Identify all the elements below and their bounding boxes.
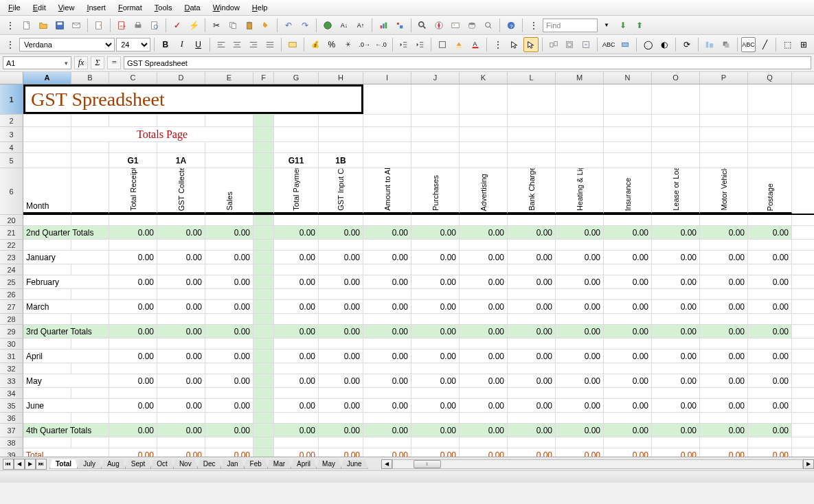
- cell[interactable]: 0.00: [363, 226, 411, 239]
- row-header-5[interactable]: 5: [0, 153, 23, 168]
- cell[interactable]: [508, 339, 556, 349]
- cell[interactable]: [460, 289, 508, 299]
- select-all-corner[interactable]: [0, 72, 23, 84]
- group-button[interactable]: [563, 37, 578, 52]
- row-header-39[interactable]: 39: [0, 448, 23, 457]
- cell[interactable]: Total: [23, 448, 109, 457]
- remove-decimal-button[interactable]: ←.0: [374, 37, 389, 52]
- cell[interactable]: [604, 153, 652, 168]
- cell[interactable]: [411, 142, 460, 152]
- cell[interactable]: [274, 115, 319, 126]
- spellcheck-button[interactable]: ✓: [170, 18, 185, 33]
- cell[interactable]: [652, 240, 700, 250]
- row-header-33[interactable]: 33: [0, 374, 23, 388]
- cell[interactable]: February: [23, 275, 109, 288]
- cell[interactable]: May: [23, 374, 109, 387]
- cursor-button[interactable]: [523, 37, 539, 52]
- menu-format[interactable]: Format: [113, 1, 148, 14]
- cell[interactable]: [157, 115, 205, 126]
- cell[interactable]: [253, 127, 274, 141]
- cell[interactable]: 0.00: [205, 251, 253, 264]
- cell[interactable]: [460, 240, 508, 250]
- cell[interactable]: [109, 388, 157, 398]
- cell[interactable]: [556, 127, 604, 141]
- cell[interactable]: [363, 363, 411, 374]
- textbox-button[interactable]: ABC: [601, 37, 616, 52]
- cell[interactable]: 0.00: [508, 374, 556, 387]
- cell[interactable]: 0.00: [556, 300, 604, 313]
- cell[interactable]: [652, 127, 700, 141]
- cell[interactable]: 0.00: [411, 448, 460, 457]
- align-right-button[interactable]: [246, 37, 261, 52]
- help-button[interactable]: ?: [504, 18, 519, 33]
- scroll-right-button[interactable]: ▶: [803, 459, 814, 469]
- caption-button[interactable]: ABC: [741, 37, 756, 52]
- cell[interactable]: [700, 142, 748, 152]
- cell[interactable]: [205, 240, 253, 250]
- cell[interactable]: [700, 388, 748, 398]
- cell[interactable]: [604, 142, 652, 152]
- cell[interactable]: 1A: [157, 153, 205, 168]
- merge-cells-button[interactable]: [285, 37, 300, 52]
- cell[interactable]: [253, 424, 274, 437]
- cell[interactable]: [23, 127, 71, 141]
- cell[interactable]: 0.00: [411, 374, 460, 387]
- cell[interactable]: [460, 413, 508, 423]
- cell[interactable]: [411, 413, 460, 423]
- col-header-F[interactable]: F: [253, 72, 274, 84]
- cell[interactable]: [652, 314, 700, 324]
- cell[interactable]: [205, 215, 253, 225]
- cell[interactable]: 0.00: [604, 325, 652, 338]
- cell[interactable]: [253, 240, 274, 250]
- gallery-button[interactable]: [448, 18, 463, 33]
- zoom-button[interactable]: [481, 18, 496, 33]
- cell[interactable]: [508, 215, 556, 225]
- line-button[interactable]: ╱: [757, 37, 772, 52]
- row-header-21[interactable]: 21: [0, 226, 23, 240]
- cell[interactable]: [556, 142, 604, 152]
- cell[interactable]: [319, 142, 363, 152]
- cell[interactable]: [23, 339, 71, 349]
- cell[interactable]: [604, 314, 652, 324]
- cell[interactable]: 0.00: [411, 251, 460, 264]
- cell[interactable]: [274, 215, 319, 225]
- cell[interactable]: 0.00: [319, 251, 363, 264]
- cell[interactable]: 0.00: [319, 399, 363, 412]
- row-header-25[interactable]: 25: [0, 275, 23, 289]
- cell[interactable]: Month: [23, 168, 71, 214]
- cell[interactable]: [652, 115, 700, 126]
- cell[interactable]: [411, 127, 460, 141]
- cell[interactable]: 0.00: [652, 275, 700, 288]
- cell[interactable]: 0.00: [274, 226, 319, 239]
- cell[interactable]: [556, 363, 604, 374]
- cell[interactable]: 2nd Quarter Totals: [23, 226, 109, 239]
- cell[interactable]: [253, 275, 274, 288]
- cell[interactable]: [363, 437, 411, 448]
- cell[interactable]: 0.00: [109, 424, 157, 437]
- cell[interactable]: [556, 289, 604, 299]
- fontcolor-button[interactable]: A: [468, 37, 483, 52]
- cell[interactable]: [508, 289, 556, 299]
- cell[interactable]: [411, 388, 460, 398]
- cell[interactable]: [363, 215, 411, 225]
- cell[interactable]: 0.00: [109, 350, 157, 363]
- cell[interactable]: [748, 437, 792, 448]
- enter-group-button[interactable]: [578, 37, 593, 52]
- cell[interactable]: [23, 437, 71, 448]
- cell[interactable]: [460, 115, 508, 126]
- cell[interactable]: [363, 388, 411, 398]
- hyperlink-button[interactable]: [320, 18, 335, 33]
- cell[interactable]: Heating & Lighting: [556, 168, 604, 214]
- cell[interactable]: [319, 339, 363, 349]
- cell[interactable]: [652, 339, 700, 349]
- cell[interactable]: [319, 413, 363, 423]
- autospell-button[interactable]: ⚡: [186, 18, 201, 33]
- cell[interactable]: [652, 388, 700, 398]
- scroll-thumb[interactable]: ⦀: [414, 460, 441, 468]
- cell[interactable]: [604, 240, 652, 250]
- cell[interactable]: [205, 388, 253, 398]
- cell[interactable]: 0.00: [508, 300, 556, 313]
- tab-last-button[interactable]: ⏭: [36, 459, 47, 470]
- cell[interactable]: [253, 251, 274, 264]
- sheet-tab-july[interactable]: July: [77, 459, 102, 469]
